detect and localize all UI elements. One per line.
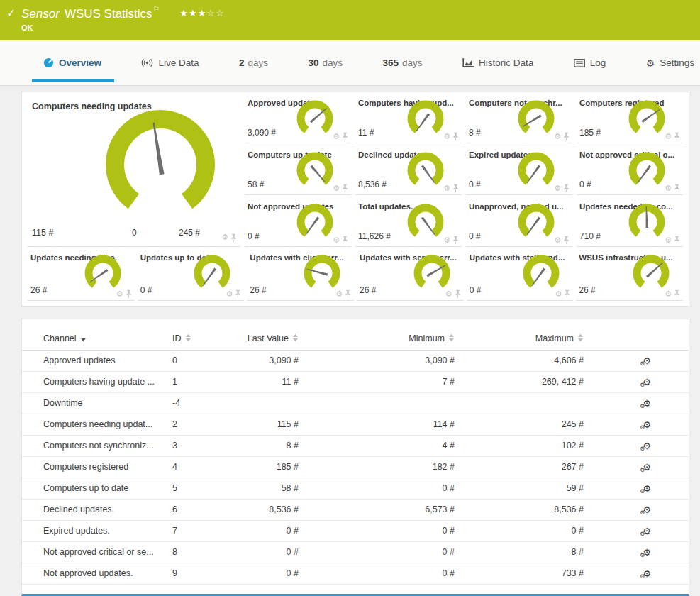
channel-minimum: 182 #	[320, 456, 476, 478]
channel-maximum: 269, 412 #	[476, 371, 605, 392]
gear-icon[interactable]: ⚙	[665, 133, 672, 140]
priority-stars[interactable]: ★★★☆☆	[179, 8, 224, 18]
gear-icon[interactable]: ⚙	[554, 236, 561, 244]
gauge	[626, 152, 667, 186]
gauge-actions: ⚙	[443, 184, 459, 192]
channel-id: 6	[164, 499, 245, 520]
channel-name[interactable]: Not approved updates.	[22, 563, 164, 584]
gear-icon[interactable]: ⚙	[665, 236, 672, 244]
channel-name[interactable]: Computers needing updat...	[22, 414, 164, 435]
gear-icon[interactable]: ⚙	[665, 290, 672, 298]
check-icon: ✓	[6, 6, 16, 20]
channel-name[interactable]: Declined updates.	[22, 499, 164, 520]
gauge	[294, 204, 335, 238]
channel-id: 8	[164, 541, 245, 563]
gauge	[630, 255, 672, 289]
edit-channel-icon[interactable]: ⚙⚙	[643, 547, 651, 558]
pin-icon[interactable]	[674, 184, 680, 192]
gauge-actions: ⚙	[333, 236, 348, 244]
edit-channel-icon[interactable]: ⚙⚙	[643, 526, 651, 536]
tab-2-days[interactable]: 2days	[236, 40, 271, 86]
pin-icon[interactable]	[342, 132, 348, 140]
pin-icon[interactable]	[452, 184, 459, 192]
gauge-tile: Computers not synchr...8 #⚙	[466, 96, 572, 143]
gear-icon[interactable]: ⚙	[443, 133, 450, 140]
pin-icon[interactable]	[452, 132, 459, 140]
gear-icon[interactable]: ⚙	[335, 290, 343, 298]
pin-icon[interactable]	[674, 236, 680, 244]
edit-channel-icon[interactable]: ⚙⚙	[643, 398, 651, 409]
gear-icon[interactable]: ⚙	[665, 184, 672, 192]
edit-channel-icon[interactable]: ⚙⚙	[643, 377, 651, 387]
column-header-minimum[interactable]: Minimum	[320, 328, 476, 350]
pin-icon[interactable]	[564, 289, 570, 298]
pin-icon[interactable]	[342, 236, 348, 244]
gear-icon[interactable]: ⚙	[443, 236, 450, 244]
channel-minimum: 114 #	[320, 414, 476, 435]
channel-name[interactable]: Computers having update ...	[22, 371, 164, 392]
tab-historic-data[interactable]: Historic Data	[460, 40, 536, 86]
gauge-bottom-row: Updates needing files.26 #⚙Updates up to…	[28, 251, 683, 301]
gear-icon[interactable]: ⚙	[116, 290, 123, 298]
pin-icon[interactable]	[455, 289, 461, 298]
channel-name[interactable]: Not approved critical or se...	[22, 541, 164, 563]
column-label: Last Value	[248, 333, 289, 343]
channel-minimum: 0 #	[320, 563, 476, 584]
edit-channel-icon[interactable]: ⚙⚙	[643, 504, 651, 515]
pin-icon[interactable]	[452, 236, 459, 244]
gear-icon[interactable]: ⚙	[445, 290, 452, 298]
gear-icon[interactable]: ⚙	[221, 233, 228, 242]
pin-icon[interactable]	[235, 289, 241, 298]
edit-channel-icon[interactable]: ⚙⚙	[643, 462, 651, 473]
pin-icon[interactable]	[563, 236, 570, 244]
gauge-actions: ⚙	[333, 132, 348, 140]
channel-name[interactable]: Computers not synchroniz...	[22, 435, 164, 456]
channel-name[interactable]: Computers registered	[22, 456, 164, 478]
channel-name[interactable]: Computers up to date	[22, 478, 164, 499]
tab-30-days[interactable]: 30days	[305, 40, 345, 86]
tab-365-days[interactable]: 365days	[379, 40, 425, 86]
edit-channel-icon[interactable]: ⚙⚙	[643, 568, 651, 579]
channel-last-value	[245, 392, 320, 414]
gear-icon[interactable]: ⚙	[333, 184, 340, 192]
gauge-actions: ⚙	[333, 184, 348, 192]
pin-icon[interactable]	[563, 132, 570, 140]
gear-icon[interactable]: ⚙	[554, 184, 561, 192]
edit-channel-icon[interactable]: ⚙⚙	[643, 441, 651, 451]
gear-icon[interactable]: ⚙	[554, 133, 561, 140]
edit-channel-icon[interactable]: ⚙⚙	[643, 419, 651, 430]
pin-icon[interactable]	[674, 132, 680, 140]
edit-channel-icon[interactable]: ⚙⚙	[643, 355, 651, 366]
channel-id: 7	[164, 520, 245, 541]
channel-name[interactable]: Expired updates.	[22, 520, 164, 541]
column-label: Channel	[43, 333, 77, 343]
pin-icon[interactable]	[342, 184, 348, 192]
column-header-maximum[interactable]: Maximum	[476, 328, 605, 350]
gear-icon[interactable]: ⚙	[226, 290, 233, 298]
tab-log[interactable]: Log	[571, 40, 609, 86]
tab-live-data[interactable]: Live Data	[138, 40, 201, 86]
pin-icon[interactable]	[674, 289, 680, 298]
flag-icon[interactable]: ⚐	[153, 5, 160, 13]
column-header-channel[interactable]: Channel	[22, 328, 164, 350]
pin-icon[interactable]	[563, 184, 570, 192]
edit-channel-icon[interactable]: ⚙⚙	[643, 483, 651, 494]
gauge-tile: Updates needed by co...710 #⚙	[577, 200, 683, 247]
gauge-value: 3,090 #	[248, 128, 276, 138]
table-row: Expired updates.70 #0 #0 #⚙⚙	[22, 520, 689, 541]
channel-name[interactable]: Approved updates	[22, 350, 164, 371]
channel-name[interactable]: Downtime	[22, 392, 164, 414]
gear-icon[interactable]: ⚙	[333, 133, 340, 140]
gauge-actions: ⚙	[665, 184, 680, 192]
gear-icon[interactable]: ⚙	[333, 236, 340, 244]
gear-icon[interactable]: ⚙	[555, 290, 562, 298]
channel-maximum: 733 #	[476, 563, 605, 584]
column-header-last-value[interactable]: Last Value	[245, 328, 320, 350]
tab-overview[interactable]: Overview	[40, 40, 104, 86]
pin-icon[interactable]	[230, 233, 237, 242]
pin-icon[interactable]	[345, 289, 351, 298]
pin-icon[interactable]	[126, 289, 132, 298]
tab-settings[interactable]: ⚙Settings	[643, 40, 697, 86]
column-header-id[interactable]: ID	[164, 328, 245, 350]
gear-icon[interactable]: ⚙	[443, 184, 450, 192]
